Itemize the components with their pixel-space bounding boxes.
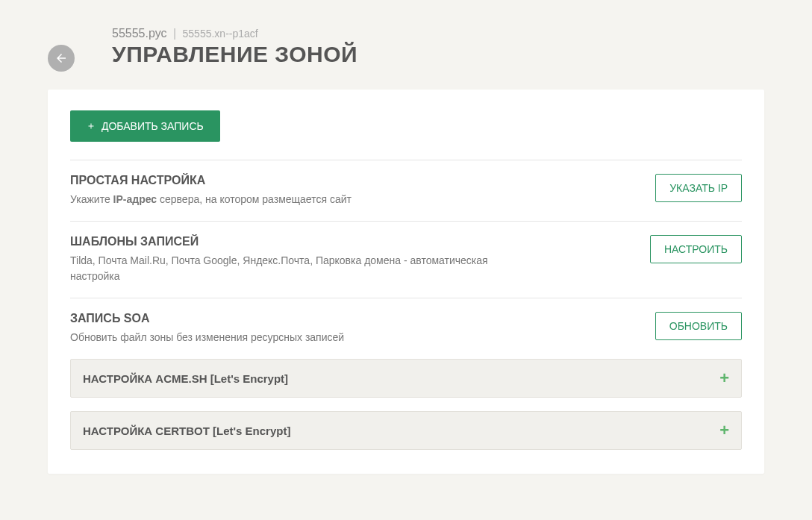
update-button[interactable]: ОБНОВИТЬ	[655, 312, 742, 340]
section-title: ЗАПИСЬ SOA	[70, 312, 640, 325]
section-simple-setup: ПРОСТАЯ НАСТРОЙКА Укажите IP-адрес серве…	[70, 160, 742, 221]
expand-icon: +	[719, 370, 729, 386]
back-button[interactable]	[48, 45, 75, 72]
section-soa-record: ЗАПИСЬ SOA Обновить файл зоны без измене…	[70, 298, 742, 359]
domain-punycode: 55555.xn--p1acf	[183, 28, 258, 40]
domain-display: 55555.рус	[112, 27, 166, 40]
zone-card: ДОБАВИТЬ ЗАПИСЬ ПРОСТАЯ НАСТРОЙКА Укажит…	[48, 90, 764, 474]
add-record-label: ДОБАВИТЬ ЗАПИСЬ	[102, 120, 204, 132]
accordion-title: НАСТРОЙКА CERTBOT [Let's Encrypt]	[83, 425, 290, 437]
domain-separator: |	[173, 27, 176, 40]
arrow-left-icon	[54, 51, 68, 65]
section-description: Укажите IP-адрес сервера, на котором раз…	[70, 192, 518, 207]
accordion-title: НАСТРОЙКА ACME.SH [Let's Encrypt]	[83, 372, 288, 385]
expand-icon: +	[719, 422, 729, 439]
section-title: ПРОСТАЯ НАСТРОЙКА	[70, 174, 640, 187]
section-record-templates: ШАБЛОНЫ ЗАПИСЕЙ Tilda, Почта Mail.Ru, По…	[70, 221, 742, 298]
configure-button[interactable]: НАСТРОИТЬ	[650, 235, 742, 263]
section-description: Tilda, Почта Mail.Ru, Почта Google, Янде…	[70, 253, 518, 284]
specify-ip-button[interactable]: УКАЗАТЬ IP	[655, 174, 742, 202]
section-title: ШАБЛОНЫ ЗАПИСЕЙ	[70, 235, 635, 248]
add-record-button[interactable]: ДОБАВИТЬ ЗАПИСЬ	[70, 110, 220, 142]
accordion-acme-sh[interactable]: НАСТРОЙКА ACME.SH [Let's Encrypt] +	[70, 359, 742, 398]
page-title: УПРАВЛЕНИЕ ЗОНОЙ	[112, 42, 357, 67]
accordion-certbot[interactable]: НАСТРОЙКА CERTBOT [Let's Encrypt] +	[70, 411, 742, 450]
plus-icon	[87, 122, 96, 131]
section-description: Обновить файл зоны без изменения ресурсн…	[70, 330, 518, 345]
domain-breadcrumb: 55555.рус | 55555.xn--p1acf	[112, 27, 357, 40]
